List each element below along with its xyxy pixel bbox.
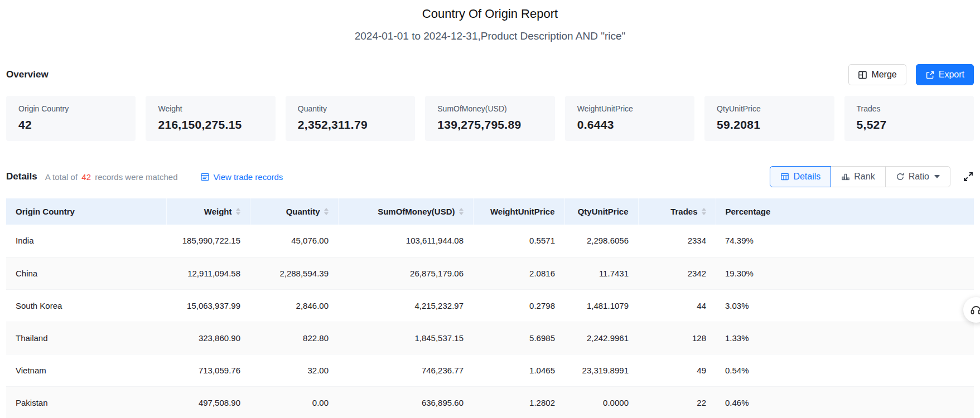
table-cell-percentage: 0.54% xyxy=(716,354,974,386)
column-header-label: Origin Country xyxy=(16,207,75,216)
table-cell-sumofmoney-usd: 1,845,537.15 xyxy=(338,322,473,354)
table-cell-qtyunitprice: 1,481.1079 xyxy=(564,289,638,322)
table-cell-weightunitprice: 5.6985 xyxy=(473,322,564,354)
matched-records-text: A total of 42 records were matched xyxy=(45,172,178,182)
rank-view-button[interactable]: Rank xyxy=(831,166,885,187)
table-cell-sumofmoney-usd: 746,236.77 xyxy=(338,354,473,386)
table-header-row: Origin CountryWeightQuantitySumOfMoney(U… xyxy=(6,198,974,225)
export-button-label: Export xyxy=(939,70,964,80)
export-icon xyxy=(925,70,935,80)
sort-icon[interactable] xyxy=(236,208,240,215)
column-header-origin-country: Origin Country xyxy=(6,198,166,225)
table-cell-trades: 128 xyxy=(638,322,716,354)
table-cell-origin-country: South Korea xyxy=(6,289,166,322)
view-trade-records-link[interactable]: View trade records xyxy=(200,172,283,182)
report-subtitle: 2024-01-01 to 2024-12-31,Product Descrip… xyxy=(6,30,974,42)
table-cell-origin-country: Thailand xyxy=(6,322,166,354)
export-button[interactable]: Export xyxy=(916,64,974,85)
column-header-label: WeightUnitPrice xyxy=(490,207,555,216)
page-title: Country Of Origin Report xyxy=(6,0,974,21)
matched-count: 42 xyxy=(80,172,93,182)
table-cell-trades: 22 xyxy=(638,386,716,418)
table-cell-weight: 12,911,094.58 xyxy=(166,257,250,289)
table-cell-quantity: 822.80 xyxy=(250,322,338,354)
overview-card: Quantity 2,352,311.79 xyxy=(286,96,415,141)
table-cell-percentage: 1.33% xyxy=(716,322,974,354)
table-cell-sumofmoney-usd: 103,611,944.08 xyxy=(338,225,473,257)
card-label: Weight xyxy=(158,104,263,113)
table-cell-weight: 713,059.76 xyxy=(166,354,250,386)
table-cell-weight: 15,063,937.99 xyxy=(166,289,250,322)
table-cell-trades: 2334 xyxy=(638,225,716,257)
sort-icon[interactable] xyxy=(702,208,706,215)
details-right: Details Rank xyxy=(770,166,974,187)
details-view-label: Details xyxy=(793,172,820,182)
card-value: 139,275,795.89 xyxy=(437,118,542,132)
sort-icon[interactable] xyxy=(324,208,329,215)
table-cell-origin-country: Pakistan xyxy=(6,386,166,418)
column-header-label: Quantity xyxy=(286,207,320,216)
details-view-button[interactable]: Details xyxy=(770,166,831,187)
ratio-view-icon xyxy=(896,172,905,181)
details-header-row: Details A total of 42 records were match… xyxy=(6,166,974,188)
table-cell-weightunitprice: 1.2802 xyxy=(473,386,564,418)
details-section-title: Details xyxy=(6,171,37,182)
card-label: SumOfMoney(USD) xyxy=(437,104,542,113)
table-cell-origin-country: China xyxy=(6,257,166,289)
matched-suffix: records were matched xyxy=(95,172,177,182)
column-header-percentage: Percentage xyxy=(716,198,974,225)
table-cell-quantity: 32.00 xyxy=(250,354,338,386)
overview-card: WeightUnitPrice 0.6443 xyxy=(565,96,694,141)
table-cell-sumofmoney-usd: 26,875,179.06 xyxy=(338,257,473,289)
rank-view-label: Rank xyxy=(854,172,875,182)
column-header-weightunitprice: WeightUnitPrice xyxy=(473,198,564,225)
card-value: 0.6443 xyxy=(577,118,682,132)
card-value: 5,527 xyxy=(857,118,962,132)
table-cell-percentage: 0.46% xyxy=(716,386,974,418)
table-row: Pakistan497,508.900.00636,895.601.28020.… xyxy=(6,386,974,418)
column-header-quantity[interactable]: Quantity xyxy=(250,198,338,225)
merge-icon xyxy=(858,70,867,80)
card-value: 42 xyxy=(18,118,123,132)
table-cell-quantity: 2,846.00 xyxy=(250,289,338,322)
table-row: Thailand323,860.90822.801,845,537.155.69… xyxy=(6,322,974,354)
trade-records-icon xyxy=(200,172,210,182)
fullscreen-icon[interactable] xyxy=(963,171,974,182)
table-cell-weightunitprice: 0.2798 xyxy=(473,289,564,322)
table-cell-trades: 2342 xyxy=(638,257,716,289)
chevron-down-icon xyxy=(934,175,940,178)
card-label: Quantity xyxy=(298,104,403,113)
sort-icon[interactable] xyxy=(459,208,464,215)
table-cell-quantity: 2,288,594.39 xyxy=(250,257,338,289)
column-header-label: Percentage xyxy=(726,207,771,216)
table-cell-quantity: 0.00 xyxy=(250,386,338,418)
overview-header-row: Overview Merge xyxy=(6,64,974,86)
column-header-label: Trades xyxy=(670,207,697,216)
card-label: QtyUnitPrice xyxy=(717,104,822,113)
merge-button[interactable]: Merge xyxy=(848,64,906,85)
card-label: WeightUnitPrice xyxy=(577,104,682,113)
view-switcher: Details Rank xyxy=(770,166,950,187)
table-cell-weightunitprice: 1.0465 xyxy=(473,354,564,386)
column-header-label: SumOfMoney(USD) xyxy=(378,207,455,216)
rank-view-icon xyxy=(841,172,850,181)
overview-card: QtyUnitPrice 59.2081 xyxy=(704,96,834,141)
table-cell-quantity: 45,076.00 xyxy=(250,225,338,257)
table-cell-qtyunitprice: 0.0000 xyxy=(564,386,638,418)
details-table: Origin CountryWeightQuantitySumOfMoney(U… xyxy=(6,198,974,418)
column-header-qtyunitprice: QtyUnitPrice xyxy=(564,198,638,225)
table-body: India185,990,722.1545,076.00103,611,944.… xyxy=(6,225,974,418)
ratio-view-button[interactable]: Ratio xyxy=(885,166,950,187)
card-value: 216,150,275.15 xyxy=(158,118,263,132)
table-cell-origin-country: India xyxy=(6,225,166,257)
table-cell-percentage: 19.30% xyxy=(716,257,974,289)
column-header-sumofmoney-usd[interactable]: SumOfMoney(USD) xyxy=(338,198,473,225)
merge-button-label: Merge xyxy=(871,70,896,80)
column-header-trades[interactable]: Trades xyxy=(638,198,716,225)
table-row: India185,990,722.1545,076.00103,611,944.… xyxy=(6,225,974,257)
table-cell-trades: 44 xyxy=(638,289,716,322)
column-header-weight[interactable]: Weight xyxy=(166,198,250,225)
view-trade-records-label: View trade records xyxy=(214,172,283,182)
ratio-view-label: Ratio xyxy=(909,172,929,182)
card-label: Trades xyxy=(857,104,962,113)
